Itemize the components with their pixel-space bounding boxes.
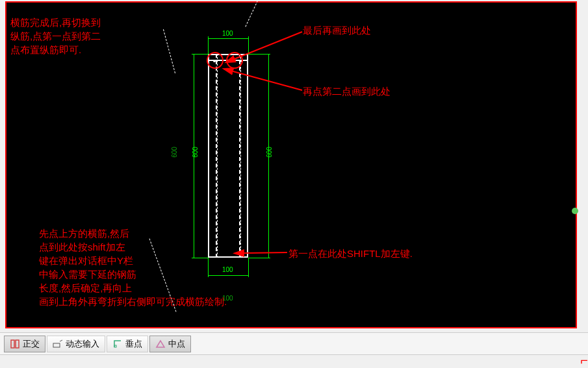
annotation-top-left: 横筋完成后,再切换到 纵筋,点第一点到第二 点布置纵筋即可. [10,16,101,56]
rebar-vertical-right [239,54,241,258]
midpoint-button[interactable]: 中点 [149,336,191,352]
dim-line [208,38,248,39]
guide-dashed [163,29,175,73]
ortho-button[interactable]: 正交 [4,336,45,352]
dim-ext [248,54,270,55]
dynamic-input-button[interactable]: 动态输入 [47,336,105,352]
corner-marker: ⌐ [580,353,588,368]
guide-dashed [245,0,262,27]
dim-right: 600 [266,147,273,158]
svg-rect-7 [114,345,116,347]
cad-canvas-frame: 100 600 600 600 100 100 [5,1,577,328]
dynamic-input-label: 动态输入 [66,338,99,350]
midpoint-icon [155,339,166,349]
perpendicular-label: 垂点 [125,338,142,350]
dim-left-outer: 600 [171,147,178,158]
perpendicular-icon [112,339,123,349]
bottom-panel [0,354,588,368]
dim-ext [248,36,249,55]
dynamic-input-icon [53,339,63,349]
svg-rect-5 [53,343,60,347]
dim-ext [208,36,209,55]
svg-line-2 [242,252,287,253]
annotation-bottom-right: 第一点在此处SHIFTL加左键. [288,247,413,260]
dim-ext [192,54,208,55]
annotation-bottom-left: 先点上方的横筋,然后 点到此处按shift加左 键在弹出对话框中Y栏 中输入需要… [39,227,227,308]
dim-ext [248,258,249,277]
status-toolbar: 正交 动态输入 垂点 中点 [0,332,588,354]
viewport-marker [572,208,578,214]
circle-marker-right [226,52,243,69]
svg-rect-3 [11,340,14,348]
cad-drawing-canvas[interactable]: 100 600 600 600 100 100 [6,3,576,327]
annotation-top-right-2: 再点第二点画到此处 [303,84,390,98]
midpoint-label: 中点 [168,338,185,350]
dim-top: 100 [222,30,233,37]
annotation-top-right-1: 最后再画到此处 [303,23,371,37]
svg-rect-4 [16,340,19,348]
circle-marker-left [207,52,224,69]
perpendicular-button[interactable]: 垂点 [107,336,148,352]
dim-left-inner: 600 [192,147,199,158]
dim-ext [248,258,270,258]
ortho-icon [10,339,20,349]
ortho-label: 正交 [23,338,40,350]
svg-line-6 [60,340,62,341]
